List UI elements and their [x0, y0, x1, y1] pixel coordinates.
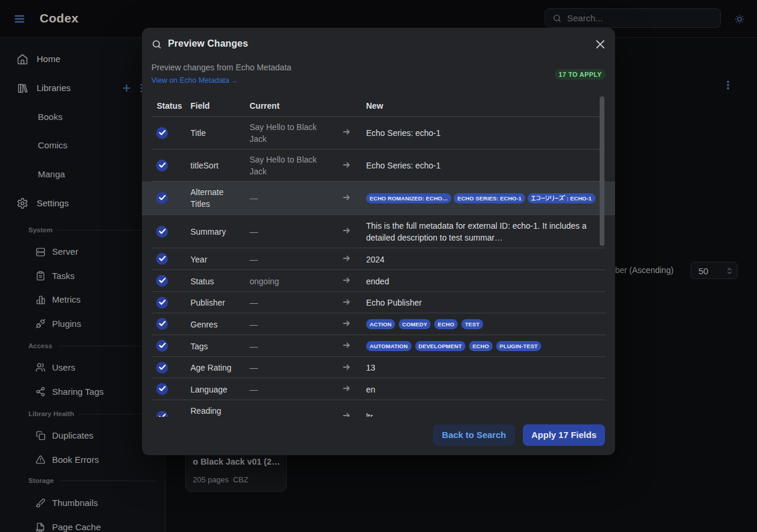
- svg-text:PDF: PDF: [36, 528, 44, 532]
